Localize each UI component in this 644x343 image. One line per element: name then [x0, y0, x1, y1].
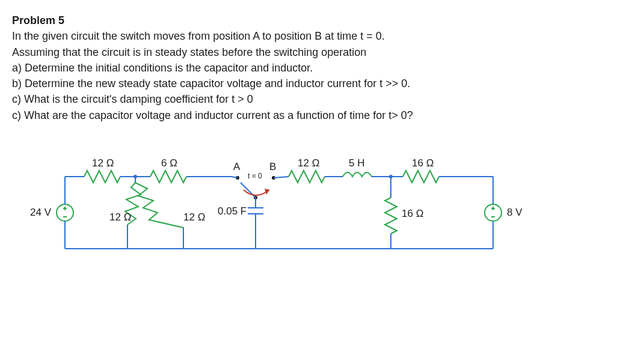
- problem-line: c) What is the circuit's damping coeffic…: [12, 92, 632, 106]
- resistor-label: 12 Ω: [298, 157, 319, 169]
- resistor-icon: [84, 171, 120, 183]
- resistor-icon: [133, 183, 183, 225]
- resistor-icon: [403, 171, 439, 183]
- resistor-label: 16 Ω: [402, 208, 423, 220]
- resistor-label: 12 Ω: [92, 157, 114, 169]
- resistor-label: 16 Ω: [412, 157, 434, 169]
- resistor-icon: [130, 183, 183, 225]
- switch-a-label: A: [233, 161, 240, 173]
- inductor-icon: [343, 172, 372, 177]
- capacitor-icon: [248, 208, 263, 214]
- problem-line: Assuming that the circuit is in steady s…: [12, 45, 632, 59]
- problem-heading: Problem 5: [12, 13, 632, 28]
- voltage-source-right-icon: [485, 204, 501, 221]
- switch-b-label: B: [269, 161, 276, 173]
- problem-line: c) What are the capacitor voltage and in…: [12, 108, 632, 123]
- switch-time-label: t = 0: [248, 172, 262, 180]
- source-left-label: 24 V: [30, 207, 51, 219]
- circuit-diagram: 24 V 8 V 12 Ω 6 Ω 12 Ω 12 Ω 0.05 F A B t…: [30, 141, 523, 273]
- svg-line-24: [274, 177, 289, 178]
- capacitor-label: 0.05 F: [218, 205, 247, 217]
- resistor-icon: [135, 183, 183, 228]
- problem-line: In the given circuit the switch moves fr…: [12, 29, 632, 43]
- source-right-label: 8 V: [507, 207, 523, 219]
- inductor-label: 5 H: [349, 157, 364, 169]
- resistor-icon: [150, 171, 186, 183]
- svg-marker-18: [265, 189, 269, 195]
- problem-line: b) Determine the new steady state capaci…: [12, 76, 632, 91]
- resistor-label: 12 Ω: [183, 211, 205, 223]
- resistor-label: 6 Ω: [161, 157, 177, 169]
- resistor-label: 12 Ω: [109, 211, 131, 223]
- resistor-icon: [385, 198, 397, 234]
- problem-statement: Problem 5 In the given circuit the switc…: [12, 13, 632, 123]
- resistor-icon: [289, 171, 325, 183]
- problem-line: a) Determine the initial conditions is t…: [12, 61, 632, 75]
- voltage-source-left-icon: [57, 204, 73, 221]
